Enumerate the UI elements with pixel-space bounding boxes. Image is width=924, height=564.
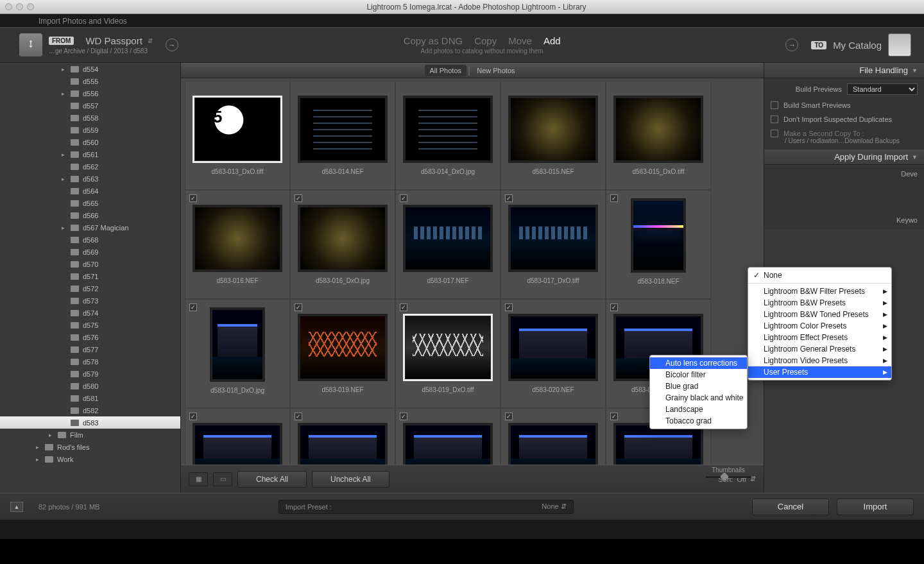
thumbnail-image[interactable]	[508, 423, 598, 465]
import-checkbox[interactable]: ✓	[610, 413, 618, 420]
thumbnail-size-slider[interactable]	[706, 476, 751, 478]
import-preset-dropdown[interactable]: Import Preset :None ⇵	[278, 500, 574, 514]
import-checkbox[interactable]: ✓	[400, 303, 407, 311]
build-previews-select[interactable]: Standard	[847, 83, 918, 95]
thumbnail-cell[interactable]: ✓	[290, 408, 395, 465]
menu-none[interactable]: None	[748, 269, 891, 281]
folder-d565[interactable]: d565	[0, 197, 180, 209]
folder-d567 Magician[interactable]: d567 Magician	[0, 221, 180, 234]
second-copy-checkbox[interactable]	[771, 130, 778, 137]
folder-d571[interactable]: d571	[0, 270, 180, 282]
thumbnail-image[interactable]	[193, 96, 282, 163]
folder-d573[interactable]: d573	[0, 295, 180, 307]
thumbnail-image[interactable]	[298, 96, 388, 163]
uncheck-all-button[interactable]: Uncheck All	[312, 471, 389, 488]
section-apply-during-import[interactable]: Apply During Import▼	[764, 150, 924, 165]
thumbnail-cell[interactable]: ✓d583-018_DxO.jpg	[185, 299, 290, 408]
check-all-button[interactable]: Check All	[237, 471, 307, 488]
zoom-icon[interactable]	[27, 3, 34, 10]
folder-d581[interactable]: d581	[0, 392, 180, 404]
import-checkbox[interactable]: ✓	[505, 303, 513, 311]
folder-d564[interactable]: d564	[0, 185, 180, 197]
section-file-handling[interactable]: File Handling▼	[764, 63, 924, 78]
expand-toggle[interactable]: ▲	[10, 502, 23, 512]
menu-item[interactable]: Lightroom Color Presets	[748, 320, 891, 332]
folder-d556[interactable]: d556	[0, 87, 180, 99]
thumbnail-cell[interactable]: ✓d583-019_DxO.tiff	[395, 299, 501, 408]
thumbnail-cell[interactable]: ✓	[501, 408, 606, 465]
mode-add[interactable]: Add	[543, 35, 561, 46]
import-checkbox[interactable]: ✓	[295, 303, 302, 311]
thumbnail-cell[interactable]: ✓	[185, 408, 290, 465]
smart-previews-checkbox[interactable]	[771, 101, 778, 109]
mode-move[interactable]: Move	[508, 35, 532, 46]
loupe-view-icon[interactable]: ▭	[213, 472, 232, 486]
menu-item[interactable]: Lightroom B&W Toned Presets	[748, 309, 891, 320]
chevron-updown-icon[interactable]: ⇵	[750, 475, 756, 483]
thumbnail-image[interactable]	[508, 314, 598, 381]
import-checkbox[interactable]: ✓	[400, 194, 407, 202]
thumbnail-cell[interactable]: ✓d583-017_DxO.tiff	[501, 190, 606, 299]
folder-d555[interactable]: d555	[0, 75, 180, 87]
folder-d562[interactable]: d562	[0, 160, 180, 173]
folder-d558[interactable]: d558	[0, 112, 180, 124]
folder-d554[interactable]: d554	[0, 63, 180, 75]
source-name[interactable]: WD Passport	[85, 35, 142, 46]
folder-Work[interactable]: Work	[45, 453, 180, 465]
tab-new-photos[interactable]: New Photos	[472, 65, 520, 76]
import-checkbox[interactable]: ✓	[295, 194, 302, 202]
thumbnail-image[interactable]	[403, 314, 493, 381]
import-checkbox[interactable]: ✓	[610, 194, 618, 202]
menu-item[interactable]: Landscape	[650, 404, 747, 415]
thumbnail-image[interactable]	[613, 96, 703, 163]
thumbnail-image[interactable]	[298, 423, 388, 465]
folder-d563[interactable]: d563	[0, 173, 180, 185]
thumbnail-image[interactable]	[403, 96, 493, 163]
thumbnail-cell[interactable]: d583-015_DxO.tiff	[606, 81, 711, 190]
thumbnail-image[interactable]	[210, 307, 265, 382]
import-checkbox[interactable]: ✓	[400, 413, 407, 420]
import-checkbox[interactable]: ✓	[189, 413, 197, 420]
thumbnail-image[interactable]	[298, 205, 388, 272]
menu-item[interactable]: Lightroom B&W Filter Presets	[748, 286, 891, 297]
thumbnail-cell[interactable]: ✓d583-017.NEF	[395, 190, 501, 299]
folder-d576[interactable]: d576	[0, 331, 180, 343]
import-checkbox[interactable]: ✓	[189, 194, 197, 202]
folder-d568[interactable]: d568	[0, 234, 180, 246]
folder-d575[interactable]: d575	[0, 319, 180, 331]
folder-d560[interactable]: d560	[0, 136, 180, 148]
grid-view-icon[interactable]: ▦	[189, 472, 208, 486]
folder-d574[interactable]: d574	[0, 307, 180, 319]
folder-Film[interactable]: Film	[45, 429, 180, 441]
close-icon[interactable]	[5, 3, 12, 10]
tab-all-photos[interactable]: All Photos	[425, 65, 467, 76]
import-checkbox[interactable]: ✓	[295, 413, 302, 420]
menu-item[interactable]: Lightroom Video Presets	[748, 355, 891, 366]
folder-d569[interactable]: d569	[0, 246, 180, 258]
chevron-updown-icon[interactable]: ⇵	[148, 37, 153, 44]
thumbnail-cell[interactable]: ✓d583-020.NEF	[501, 299, 606, 408]
thumbnail-cell[interactable]: d583-013_DxO.tiff	[185, 81, 290, 190]
menu-item[interactable]: User Presets	[748, 366, 891, 378]
menu-item[interactable]: Lightroom Effect Presets	[748, 332, 891, 343]
import-checkbox[interactable]: ✓	[189, 303, 197, 311]
folder-d583[interactable]: d583	[0, 416, 180, 429]
thumbnail-image[interactable]	[298, 314, 388, 381]
folder-d572[interactable]: d572	[0, 282, 180, 295]
import-checkbox[interactable]: ✓	[505, 194, 513, 202]
import-checkbox[interactable]: ✓	[610, 303, 618, 311]
folder-d582[interactable]: d582	[0, 404, 180, 416]
folder-d579[interactable]: d579	[0, 368, 180, 380]
import-button[interactable]: Import	[837, 499, 914, 515]
folder-d577[interactable]: d577	[0, 343, 180, 355]
menu-item[interactable]: Lightroom General Presets	[748, 343, 891, 355]
menu-item[interactable]: Blue grad	[650, 380, 747, 392]
thumbnail-cell[interactable]: ✓d583-019.NEF	[290, 299, 395, 408]
dest-name[interactable]: My Catalog	[833, 40, 882, 51]
minimize-icon[interactable]	[16, 3, 23, 10]
thumbnail-image[interactable]	[403, 205, 493, 272]
dup-checkbox[interactable]	[771, 115, 778, 123]
folder-d561[interactable]: d561	[0, 148, 180, 160]
menu-item[interactable]: Bicolor filter	[650, 369, 747, 380]
thumbnail-image[interactable]	[403, 423, 493, 465]
